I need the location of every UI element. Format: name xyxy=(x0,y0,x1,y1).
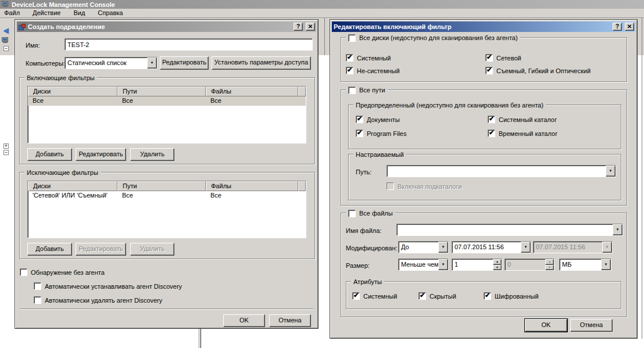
cancel-button[interactable]: Отмена xyxy=(570,319,613,332)
attr-hidden-checkbox[interactable]: ✔ Скрытый xyxy=(418,292,456,300)
column-disks[interactable]: Диски xyxy=(28,87,117,96)
attr-system-checkbox[interactable]: ✔ Системный xyxy=(352,292,397,300)
cancel-button[interactable]: Отмена xyxy=(269,314,311,327)
attr-encrypted-checkbox[interactable]: ✔ Шифрованный xyxy=(484,292,539,300)
chevron-down-icon[interactable]: ▼ xyxy=(147,58,157,69)
menu-bar: Файл Действие Вид Справка xyxy=(0,9,644,18)
column-files[interactable]: Файлы xyxy=(206,87,298,96)
ok-button[interactable]: OK xyxy=(525,319,567,332)
chevron-down-icon[interactable]: ▼ xyxy=(438,242,448,253)
checkbox-icon[interactable]: ✔ xyxy=(34,296,41,304)
checkbox-icon[interactable]: ✔ xyxy=(352,292,360,300)
checkbox-icon[interactable]: ✔ xyxy=(346,67,353,74)
close-button[interactable]: ✕ xyxy=(306,23,315,31)
tree-collapse-icon-2[interactable]: − xyxy=(3,150,9,155)
checkbox-icon[interactable]: ✔ xyxy=(356,116,363,123)
create-unit-titlebar[interactable]: Создать подразделение ? ✕ xyxy=(17,21,316,32)
spin-up-icon[interactable]: ▲ xyxy=(493,259,502,265)
help-button[interactable]: ? xyxy=(294,23,303,31)
checkbox-icon[interactable]: ✔ xyxy=(484,292,491,300)
modified-op-combo[interactable]: До ▼ xyxy=(398,241,449,253)
path-combo[interactable]: ▼ xyxy=(387,165,616,177)
disk-removable-checkbox[interactable]: ✔ Съемный, Гибкий и Оптический xyxy=(485,67,591,74)
tree-expand-icon[interactable]: + xyxy=(3,143,9,149)
checkbox-icon[interactable]: ✔ xyxy=(485,54,493,62)
auto-install-checkbox[interactable]: ✔ Автоматически устанавливать агент Disc… xyxy=(34,282,182,290)
checkbox-icon[interactable]: ✔ xyxy=(34,282,41,290)
chevron-down-icon[interactable]: ▼ xyxy=(521,242,531,253)
exclude-add-button[interactable]: Добавить xyxy=(27,243,72,256)
exclude-filters-table[interactable]: Диски Пути Файлы 'Сетевой' ИЛИ 'Съемный'… xyxy=(27,181,306,238)
checkbox-icon[interactable]: ✔ xyxy=(418,292,426,300)
checkbox-icon[interactable]: ✔ xyxy=(356,130,363,137)
path-tempdir-checkbox[interactable]: ✔ Временный каталог xyxy=(488,130,557,137)
size-op-combo[interactable]: Меньше чем ▼ xyxy=(398,259,449,271)
include-edit-button[interactable]: Редактировать xyxy=(76,148,126,161)
checkbox-icon[interactable]: ✔ xyxy=(488,130,495,137)
tree-collapse-icon[interactable]: − xyxy=(3,46,9,51)
edit-filter-title: Редактировать включающий фильтр xyxy=(334,23,611,30)
size-op-value: Меньше чем xyxy=(399,259,438,270)
checkbox-icon[interactable]: ✔ xyxy=(348,34,356,42)
chevron-down-icon[interactable]: ▼ xyxy=(438,259,448,270)
include-add-button[interactable]: Добавить xyxy=(27,148,72,161)
computers-combo-value: Статический список xyxy=(65,58,147,69)
table-row[interactable]: 'Сетевой' ИЛИ 'Съемный' Все Все xyxy=(28,191,306,200)
predefined-paths-group: Предопределенный (недоступно для сканиро… xyxy=(348,105,621,149)
menu-file[interactable]: Файл xyxy=(4,9,24,17)
column-disks[interactable]: Диски xyxy=(28,181,117,191)
column-files[interactable]: Файлы xyxy=(206,181,298,191)
disk-nonsystem-checkbox[interactable]: ✔ Не-системный xyxy=(346,67,400,74)
table-row[interactable]: Все Все Все xyxy=(28,96,306,106)
path-documents-checkbox[interactable]: ✔ Документы xyxy=(356,116,400,123)
attributes-group: Атрибуты ✔ Системный ✔ Скрытый ✔ Шифрова… xyxy=(346,281,621,309)
all-paths-label: Все пути xyxy=(359,87,385,94)
back-arrow-icon[interactable]: ◄ xyxy=(2,27,10,34)
chevron-down-icon[interactable]: ▼ xyxy=(606,166,616,177)
modified-op-value: До xyxy=(399,242,438,253)
edit-list-button[interactable]: Редактировать xyxy=(160,56,209,70)
checkbox-icon[interactable]: ✔ xyxy=(20,268,27,276)
column-paths[interactable]: Пути xyxy=(117,181,206,191)
include-filters-table[interactable]: Диски Пути Файлы Все Все Все xyxy=(27,86,306,143)
menu-action[interactable]: Действие xyxy=(33,9,65,17)
all-files-checkbox[interactable]: ✔ Все файлы xyxy=(346,209,395,217)
custom-path-group: Настраиваемый Путь: ▼ ✔ Включая подкатал… xyxy=(348,154,621,200)
chevron-down-icon[interactable]: ▼ xyxy=(601,259,611,270)
checkbox-icon[interactable]: ✔ xyxy=(348,210,356,217)
modified-from-combo[interactable]: 07.07.2015 11:56 ▼ xyxy=(452,241,531,253)
column-paths[interactable]: Пути xyxy=(117,87,206,96)
column-rest xyxy=(298,87,306,96)
help-button[interactable]: ? xyxy=(613,23,622,31)
checkbox-icon[interactable]: ✔ xyxy=(346,54,353,62)
set-access-button[interactable]: Установить параметры доступа xyxy=(212,56,311,70)
checkbox-icon[interactable]: ✔ xyxy=(485,67,493,74)
size-value-spinner[interactable]: 1 ▲▼ xyxy=(452,259,502,271)
filename-combo[interactable]: ▼ xyxy=(396,224,623,236)
checkbox-icon[interactable]: ✔ xyxy=(488,116,495,123)
size-unit-combo[interactable]: МБ ▼ xyxy=(559,259,611,271)
cell-disks: 'Сетевой' ИЛИ 'Съемный' xyxy=(28,191,117,200)
auto-remove-checkbox[interactable]: ✔ Автоматически удалять агент Discovery xyxy=(34,296,162,304)
all-files-label: Все файлы xyxy=(359,210,393,217)
menu-view[interactable]: Вид xyxy=(73,9,90,17)
checkbox-icon[interactable]: ✔ xyxy=(348,87,356,94)
disk-system-checkbox[interactable]: ✔ Системный xyxy=(346,54,391,62)
close-button[interactable]: ✕ xyxy=(625,23,634,31)
chevron-down-icon[interactable]: ▼ xyxy=(613,224,622,235)
all-disks-checkbox[interactable]: ✔ Все диски (недоступно для сканирования… xyxy=(346,34,520,42)
menu-help[interactable]: Справка xyxy=(98,9,127,17)
agentless-checkbox[interactable]: ✔ Обнаружение без агента xyxy=(20,268,105,276)
edit-filter-titlebar[interactable]: Редактировать включающий фильтр ? ✕ xyxy=(332,21,635,32)
path-systemdir-checkbox[interactable]: ✔ Системный каталог xyxy=(488,116,557,123)
disk-network-checkbox[interactable]: ✔ Сетевой xyxy=(485,54,521,62)
path-programfiles-checkbox[interactable]: ✔ Program Files xyxy=(356,130,406,137)
exclude-filters-group: Исключающие фильтры Диски Пути Файлы 'Се… xyxy=(19,172,315,259)
include-delete-button[interactable]: Удалить xyxy=(130,148,174,161)
computers-combo[interactable]: Статический список ▼ xyxy=(65,57,158,69)
ok-button[interactable]: OK xyxy=(223,314,265,327)
name-input[interactable]: TEST-2 xyxy=(65,38,313,51)
all-paths-checkbox[interactable]: ✔ Все пути xyxy=(346,86,388,94)
spin-down-icon[interactable]: ▼ xyxy=(493,265,502,271)
pane-splitter[interactable] xyxy=(198,329,201,348)
